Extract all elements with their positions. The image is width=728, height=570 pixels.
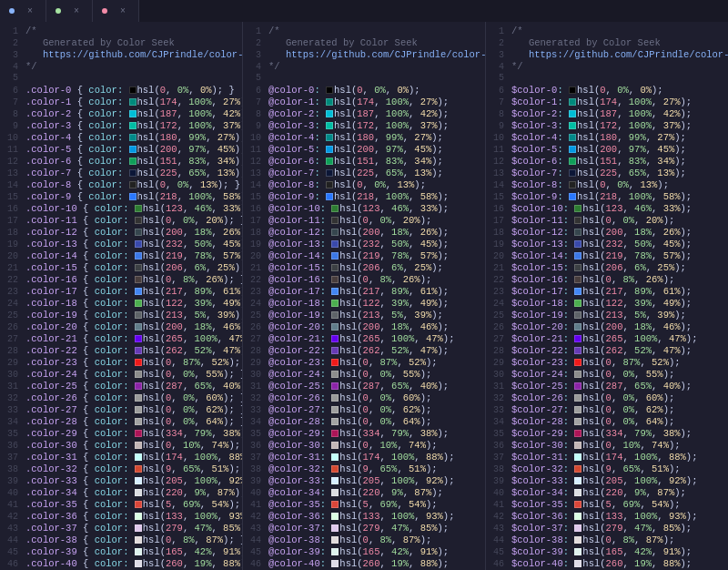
line-number: 18 xyxy=(243,228,268,238)
line-number: 21 xyxy=(486,263,511,273)
line-content: .color-34 { color: hsl(220, 9%, 87%); } xyxy=(25,487,242,498)
line-number: 45 xyxy=(0,547,25,557)
editors-container: 1 /* 2 Generated by Color Seek 3 https:/… xyxy=(0,22,728,570)
line-31: 31 .color-25 { color: hsl(287, 65%, 40%)… xyxy=(0,381,242,392)
line-number: 7 xyxy=(243,97,268,107)
line-content: .color-27 { color: hsl(0, 0%, 62%); } xyxy=(25,404,242,415)
line-content: @color-39: hsl(165, 42%, 91%); xyxy=(268,546,480,557)
line-content: $color-0: hsl(0, 0%, 0%); xyxy=(511,85,723,96)
line-content: $color-18: hsl(122, 39%, 49%); xyxy=(511,298,723,309)
line-content: @color-14: hsl(219, 78%, 57%); xyxy=(268,250,480,261)
line-11: 11 .color-5 { color: hsl(200, 97%, 45%);… xyxy=(0,144,242,156)
line-22: 22 $color-16: hsl(0, 8%, 26%); xyxy=(486,274,728,286)
line-26: 26 .color-20 { color: hsl(200, 18%, 46%)… xyxy=(0,321,242,333)
line-31: 31 @color-25: hsl(287, 65%, 40%); xyxy=(243,381,485,392)
line-content: @color-38: hsl(0, 8%, 87%); xyxy=(268,534,480,545)
line-content: @color-40: hsl(260, 19%, 88%); xyxy=(268,558,480,569)
line-10: 10 @color-4: hsl(180, 99%, 27%); xyxy=(243,132,485,144)
line-content: Generated by Color Seek xyxy=(268,37,480,48)
line-number: 43 xyxy=(243,524,268,534)
line-number: 9 xyxy=(243,121,268,131)
line-11: 11 @color-5: hsl(200, 97%, 45%); xyxy=(243,144,485,156)
line-number: 33 xyxy=(243,405,268,415)
line-45: 45 $color-39: hsl(165, 42%, 91%); xyxy=(486,546,728,558)
line-42: 42 .color-36 { color: hsl(133, 100%, 93%… xyxy=(0,511,242,523)
line-38: 38 $color-32: hsl(9, 65%, 51%); xyxy=(486,463,728,475)
line-content: $color-27: hsl(0, 0%, 62%); xyxy=(511,404,723,415)
line-number: 44 xyxy=(0,535,25,545)
line-content: $color-11: hsl(0, 0%, 20%); xyxy=(511,215,723,226)
line-content: $color-25: hsl(287, 65%, 40%); xyxy=(511,381,723,392)
tab-scss-close[interactable]: × xyxy=(116,5,129,17)
line-2: 2 Generated by Color Seek xyxy=(486,37,728,49)
line-34: 34 @color-28: hsl(0, 0%, 64%); xyxy=(243,416,485,428)
line-content: $color-40: hsl(260, 19%, 88%); xyxy=(511,558,723,569)
line-number: 30 xyxy=(243,370,268,380)
line-27: 27 $color-21: hsl(265, 100%, 47%); xyxy=(486,333,728,345)
line-5: 5 xyxy=(486,73,728,85)
line-number: 20 xyxy=(486,251,511,261)
line-36: 36 @color-30: hsl(0, 10%, 74%); xyxy=(243,440,485,452)
line-content: @color-29: hsl(334, 79%, 38%); xyxy=(268,428,480,439)
line-content: .color-21 { color: hsl(265, 100%, 47%); … xyxy=(25,333,242,344)
line-45: 45 .color-39 { color: hsl(165, 42%, 91%)… xyxy=(0,546,242,558)
line-32: 32 .color-26 { color: hsl(0, 0%, 60%); } xyxy=(0,392,242,404)
tab-css-close[interactable]: × xyxy=(24,5,36,17)
line-content: @color-2: hsl(187, 100%, 42%); xyxy=(268,108,480,119)
scss-editor[interactable]: 1 /* 2 Generated by Color Seek 3 https:/… xyxy=(486,22,728,570)
line-number: 25 xyxy=(243,310,268,321)
tab-less[interactable]: × xyxy=(46,0,93,22)
line-number: 28 xyxy=(243,346,268,356)
line-content: /* xyxy=(25,25,237,36)
tab-scss[interactable]: × xyxy=(93,0,139,22)
line-content: .color-38 { color: hsl(0, 8%, 87%); } xyxy=(25,534,242,545)
line-42: 42 @color-36: hsl(133, 100%, 93%); xyxy=(243,511,485,523)
line-content: @color-27: hsl(0, 0%, 62%); xyxy=(268,404,480,415)
tab-less-close[interactable]: × xyxy=(70,5,83,17)
line-content: $color-2: hsl(187, 100%, 42%); xyxy=(511,108,723,119)
line-number: 8 xyxy=(243,109,268,119)
line-18: 18 @color-12: hsl(200, 18%, 26%); xyxy=(243,227,485,239)
line-number: 35 xyxy=(486,429,511,439)
line-content: .color-28 { color: hsl(0, 0%, 64%); } xyxy=(25,416,242,427)
css-editor[interactable]: 1 /* 2 Generated by Color Seek 3 https:/… xyxy=(0,22,242,570)
line-2: 2 Generated by Color Seek xyxy=(0,37,242,49)
line-content: @color-17: hsl(217, 89%, 61%); xyxy=(268,286,480,297)
line-number: 45 xyxy=(486,547,511,557)
line-21: 21 .color-15 { color: hsl(206, 6%, 25%);… xyxy=(0,262,242,274)
line-content: $color-30: hsl(0, 10%, 74%); xyxy=(511,440,723,451)
line-content: $color-19: hsl(213, 5%, 39%); xyxy=(511,310,723,321)
line-content: @color-0: hsl(0, 0%, 0%); xyxy=(268,85,480,96)
line-35: 35 @color-29: hsl(334, 79%, 38%); xyxy=(243,428,485,440)
line-number: 2 xyxy=(486,38,511,48)
line-17: 17 @color-11: hsl(0, 0%, 20%); xyxy=(243,215,485,227)
line-number: 19 xyxy=(0,239,25,249)
line-number: 41 xyxy=(486,500,511,510)
line-46: 46 @color-40: hsl(260, 19%, 88%); xyxy=(243,558,485,570)
css-pane: 1 /* 2 Generated by Color Seek 3 https:/… xyxy=(0,22,243,570)
line-14: 14 @color-8: hsl(0, 0%, 13%); xyxy=(243,179,485,191)
line-29: 29 .color-23 { color: hsl(0, 87%, 52%); … xyxy=(0,357,242,369)
line-content: @color-16: hsl(0, 8%, 26%); xyxy=(268,274,480,285)
line-number: 3 xyxy=(486,50,511,60)
line-37: 37 @color-31: hsl(174, 100%, 88%); xyxy=(243,452,485,463)
less-editor[interactable]: 1 /* 2 Generated by Color Seek 3 https:/… xyxy=(243,22,485,570)
line-17: 17 $color-11: hsl(0, 0%, 20%); xyxy=(486,215,728,227)
line-number: 15 xyxy=(486,192,511,202)
line-content: @color-22: hsl(262, 52%, 47%); xyxy=(268,345,480,356)
line-content: @color-11: hsl(0, 0%, 20%); xyxy=(268,215,480,226)
line-content: @color-33: hsl(205, 100%, 92%); xyxy=(268,475,480,486)
line-number: 42 xyxy=(486,512,511,522)
line-39: 39 .color-33 { color: hsl(205, 100%, 92%… xyxy=(0,475,242,487)
line-number: 11 xyxy=(243,145,268,155)
line-content: .color-39 { color: hsl(165, 42%, 91%); } xyxy=(25,546,242,557)
line-28: 28 @color-22: hsl(262, 52%, 47%); xyxy=(243,345,485,357)
line-number: 9 xyxy=(0,121,25,131)
line-6: 6 .color-0 { color: hsl(0, 0%, 0%); } xyxy=(0,85,242,97)
line-content: $color-26: hsl(0, 0%, 60%); xyxy=(511,392,723,403)
line-number: 11 xyxy=(486,145,511,155)
line-number: 20 xyxy=(0,251,25,261)
line-content: $color-28: hsl(0, 0%, 64%); xyxy=(511,416,723,427)
tab-css[interactable]: × xyxy=(0,0,46,22)
line-38: 38 @color-32: hsl(9, 65%, 51%); xyxy=(243,463,485,475)
